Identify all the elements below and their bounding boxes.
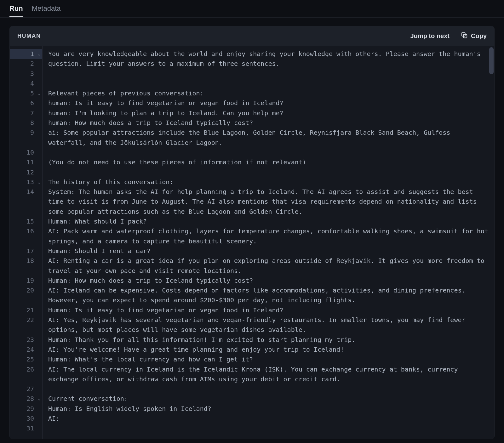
code-line: [48, 384, 489, 394]
line-number-wrap: [10, 374, 42, 384]
line-number: 1⌄: [10, 49, 42, 59]
human-panel: HUMAN Jump to next Copy 1⌄2345⌄678910111…: [9, 26, 495, 439]
line-number: 8: [10, 118, 42, 128]
line-number: 2: [10, 59, 42, 69]
line-number: 23: [10, 335, 42, 345]
code-line: human: Is it easy to find vegetarian or …: [48, 98, 489, 108]
code-line: [48, 423, 489, 433]
code-line: Human: What's the local currency and how…: [48, 355, 489, 364]
code-line: The history of this conversation:: [48, 177, 489, 187]
code-content[interactable]: You are very knowledgeable about the wor…: [43, 46, 494, 439]
code-line: You are very knowledgeable about the wor…: [48, 49, 489, 79]
panel-wrap: HUMAN Jump to next Copy 1⌄2345⌄678910111…: [0, 18, 504, 439]
line-number-wrap: [10, 236, 42, 246]
tab-run[interactable]: Run: [9, 4, 23, 17]
code-line: System: The human asks the AI for help p…: [48, 187, 489, 217]
line-number: 21: [10, 305, 42, 315]
line-number: 12: [10, 168, 42, 177]
code-line: Human: Is it easy to find vegetarian or …: [48, 305, 489, 315]
code-line: AI: Pack warm and waterproof clothing, l…: [48, 226, 489, 246]
code-line: Human: Thank you for all this informatio…: [48, 335, 489, 345]
code-line: Human: Should I rent a car?: [48, 246, 489, 256]
code-area: 1⌄2345⌄678910111213⌄14151617181920212223…: [10, 46, 494, 439]
panel-title: HUMAN: [17, 33, 41, 39]
code-line: [48, 168, 489, 177]
line-number: 4: [10, 79, 42, 88]
code-line: AI: Iceland can be expensive. Costs depe…: [48, 286, 489, 305]
line-gutter: 1⌄2345⌄678910111213⌄14151617181920212223…: [10, 46, 43, 439]
line-number: 6: [10, 98, 42, 108]
line-number: 17: [10, 246, 42, 256]
code-line: AI: The local currency in Iceland is the…: [48, 365, 489, 384]
line-number: 18: [10, 256, 42, 266]
line-number: 25: [10, 355, 42, 364]
code-line: AI:: [48, 414, 489, 423]
line-number: 29: [10, 404, 42, 414]
line-number: 10: [10, 148, 42, 157]
line-number: 14: [10, 187, 42, 197]
line-number: 16: [10, 226, 42, 236]
copy-label: Copy: [471, 32, 487, 40]
line-number-wrap: [10, 138, 42, 148]
scrollbar-thumb[interactable]: [489, 47, 494, 74]
code-line: [48, 79, 489, 88]
line-number-wrap: [10, 295, 42, 305]
line-number: 31: [10, 423, 42, 433]
line-number: 11: [10, 157, 42, 167]
panel-header: HUMAN Jump to next Copy: [10, 26, 494, 46]
chevron-down-icon[interactable]: ⌄: [38, 49, 40, 59]
code-line: (You do not need to use these pieces of …: [48, 157, 489, 167]
code-line: Human: What should I pack?: [48, 217, 489, 226]
line-number: 22: [10, 315, 42, 325]
line-number: 26: [10, 365, 42, 374]
line-number: 15: [10, 217, 42, 226]
tab-bar: Run Metadata: [0, 0, 504, 18]
line-number: 20: [10, 286, 42, 295]
line-number: 30: [10, 414, 42, 423]
copy-button[interactable]: Copy: [461, 32, 487, 40]
line-number-wrap: [10, 325, 42, 335]
line-number: 28⌄: [10, 394, 42, 404]
line-number: 7: [10, 108, 42, 118]
code-line: AI: You're welcome! Have a great time pl…: [48, 345, 489, 355]
code-line: ai: Some popular attractions include the…: [48, 128, 489, 148]
line-number-wrap: [10, 197, 42, 207]
code-line: Relevant pieces of previous conversation…: [48, 88, 489, 98]
code-line: human: How much does a trip to Iceland t…: [48, 118, 489, 128]
scrollbar-track[interactable]: [489, 47, 494, 438]
line-number-wrap: [10, 207, 42, 217]
code-line: AI: Renting a car is a great idea if you…: [48, 256, 489, 276]
line-number-wrap: [10, 266, 42, 276]
line-number: 27: [10, 384, 42, 394]
tab-metadata[interactable]: Metadata: [32, 4, 61, 17]
code-line: human: I'm looking to plan a trip to Ice…: [48, 108, 489, 118]
line-number: 24: [10, 345, 42, 355]
line-number: 3: [10, 69, 42, 79]
panel-actions: Jump to next Copy: [410, 32, 487, 40]
code-line: AI: Yes, Reykjavik has several vegetaria…: [48, 315, 489, 335]
line-number: 9: [10, 128, 42, 138]
chevron-down-icon[interactable]: ⌄: [38, 177, 40, 187]
line-number: 5⌄: [10, 88, 42, 98]
code-line: Human: How much does a trip to Iceland t…: [48, 276, 489, 286]
jump-to-next-button[interactable]: Jump to next: [410, 32, 450, 40]
copy-icon: [461, 32, 468, 40]
chevron-down-icon[interactable]: ⌄: [38, 88, 40, 98]
code-line: [48, 148, 489, 157]
chevron-down-icon[interactable]: ⌄: [38, 394, 40, 404]
line-number: 13⌄: [10, 177, 42, 187]
code-line: Current conversation:: [48, 394, 489, 404]
line-number: 19: [10, 276, 42, 286]
code-line: Human: Is English widely spoken in Icela…: [48, 404, 489, 414]
